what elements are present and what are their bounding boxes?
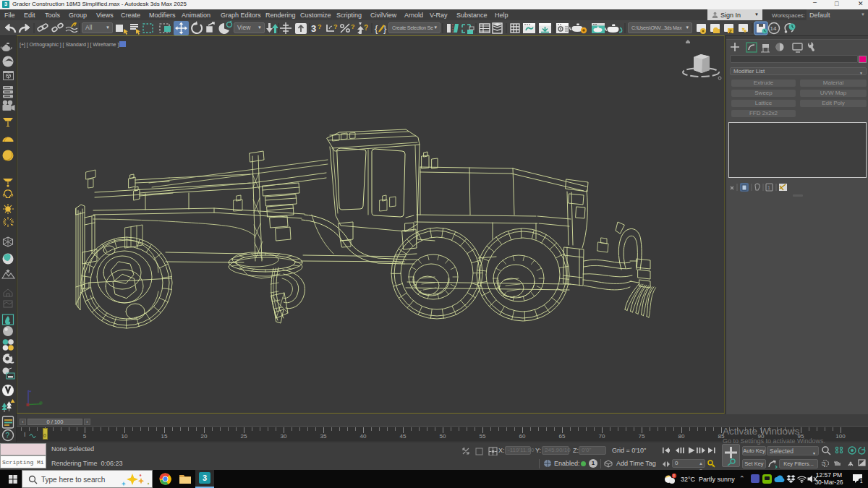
svg-text:1: 1 bbox=[767, 185, 770, 190]
svg-text:?: ? bbox=[351, 23, 355, 30]
svg-text:3: 3 bbox=[311, 23, 316, 34]
svg-text:1: 1 bbox=[860, 479, 863, 484]
svg-text:14: 14 bbox=[770, 25, 777, 32]
svg-text:?: ? bbox=[364, 24, 368, 32]
svg-text:{: { bbox=[375, 23, 378, 34]
svg-text:?: ? bbox=[6, 432, 10, 440]
svg-text:3: 3 bbox=[823, 461, 826, 466]
svg-text:Z: Z bbox=[729, 29, 733, 34]
svg-text:!: ! bbox=[673, 474, 675, 478]
svg-text:?: ? bbox=[333, 23, 338, 30]
svg-text:I: I bbox=[24, 431, 26, 438]
svg-text:?: ? bbox=[318, 23, 322, 30]
svg-text:}: } bbox=[383, 23, 387, 34]
